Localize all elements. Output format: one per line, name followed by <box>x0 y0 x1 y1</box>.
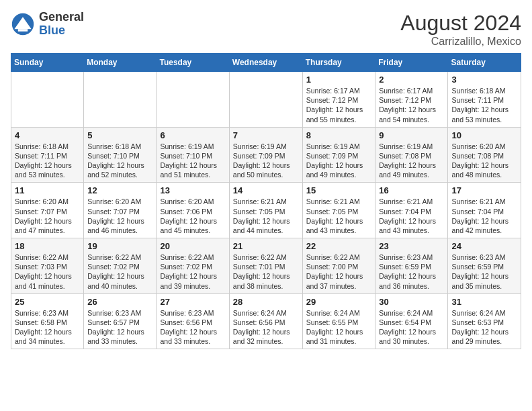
calendar-cell: 4Sunrise: 6:18 AMSunset: 7:11 PMDaylight… <box>11 127 84 183</box>
calendar-cell: 30Sunrise: 6:24 AMSunset: 6:54 PMDayligh… <box>375 293 448 349</box>
cell-day-info: Sunrise: 6:23 AMSunset: 6:56 PMDaylight:… <box>160 308 225 347</box>
calendar-cell: 22Sunrise: 6:22 AMSunset: 7:00 PMDayligh… <box>302 238 375 294</box>
cell-day-number: 18 <box>15 241 80 251</box>
cell-day-info: Sunrise: 6:19 AMSunset: 7:10 PMDaylight:… <box>160 142 225 180</box>
calendar-cell: 20Sunrise: 6:22 AMSunset: 7:02 PMDayligh… <box>157 238 229 294</box>
calendar-cell: 10Sunrise: 6:20 AMSunset: 7:08 PMDayligh… <box>448 127 521 183</box>
calendar-week-row: 1Sunrise: 6:17 AMSunset: 7:12 PMDaylight… <box>11 72 521 128</box>
cell-day-number: 21 <box>233 241 299 251</box>
cell-day-number: 28 <box>233 297 299 307</box>
cell-day-info: Sunrise: 6:23 AMSunset: 6:59 PMDaylight:… <box>451 253 517 291</box>
cell-day-number: 8 <box>306 130 372 140</box>
title-block: August 2024 Carrizalillo, Mexico <box>400 11 521 48</box>
cell-day-number: 7 <box>233 130 299 140</box>
day-of-week-header: Thursday <box>302 54 375 72</box>
cell-day-info: Sunrise: 6:22 AMSunset: 7:02 PMDaylight:… <box>87 253 152 291</box>
calendar-cell: 1Sunrise: 6:17 AMSunset: 7:12 PMDaylight… <box>302 72 375 128</box>
cell-day-number: 4 <box>15 130 80 140</box>
cell-day-number: 29 <box>306 297 372 307</box>
cell-day-number: 13 <box>160 185 225 195</box>
calendar-cell: 28Sunrise: 6:24 AMSunset: 6:56 PMDayligh… <box>229 293 302 349</box>
cell-day-number: 9 <box>379 130 444 140</box>
calendar-week-row: 25Sunrise: 6:23 AMSunset: 6:58 PMDayligh… <box>11 293 521 349</box>
cell-day-number: 17 <box>451 185 517 195</box>
cell-day-number: 26 <box>87 297 152 307</box>
cell-day-info: Sunrise: 6:22 AMSunset: 7:00 PMDaylight:… <box>306 253 372 291</box>
logo: General Blue <box>11 11 84 38</box>
calendar-cell: 3Sunrise: 6:18 AMSunset: 7:11 PMDaylight… <box>448 72 521 128</box>
calendar-cell: 2Sunrise: 6:17 AMSunset: 7:12 PMDaylight… <box>375 72 448 128</box>
calendar-week-row: 18Sunrise: 6:22 AMSunset: 7:03 PMDayligh… <box>11 238 521 294</box>
calendar-week-row: 11Sunrise: 6:20 AMSunset: 7:07 PMDayligh… <box>11 183 521 238</box>
cell-day-info: Sunrise: 6:18 AMSunset: 7:11 PMDaylight:… <box>451 86 517 124</box>
calendar-cell: 26Sunrise: 6:23 AMSunset: 6:57 PMDayligh… <box>84 293 157 349</box>
cell-day-number: 16 <box>379 185 444 195</box>
cell-day-info: Sunrise: 6:21 AMSunset: 7:05 PMDaylight:… <box>306 197 372 235</box>
cell-day-number: 14 <box>233 185 299 195</box>
svg-rect-2 <box>18 29 28 32</box>
cell-day-info: Sunrise: 6:20 AMSunset: 7:08 PMDaylight:… <box>451 142 517 180</box>
cell-day-info: Sunrise: 6:21 AMSunset: 7:04 PMDaylight:… <box>451 197 517 235</box>
calendar-cell: 16Sunrise: 6:21 AMSunset: 7:04 PMDayligh… <box>375 183 448 238</box>
day-of-week-header: Saturday <box>448 54 521 72</box>
calendar-week-row: 4Sunrise: 6:18 AMSunset: 7:11 PMDaylight… <box>11 127 521 183</box>
cell-day-info: Sunrise: 6:17 AMSunset: 7:12 PMDaylight:… <box>379 86 444 124</box>
calendar-header: SundayMondayTuesdayWednesdayThursdayFrid… <box>11 54 521 72</box>
cell-day-number: 2 <box>379 75 444 85</box>
calendar-cell: 19Sunrise: 6:22 AMSunset: 7:02 PMDayligh… <box>84 238 157 294</box>
cell-day-info: Sunrise: 6:17 AMSunset: 7:12 PMDaylight:… <box>306 86 372 124</box>
cell-day-info: Sunrise: 6:23 AMSunset: 6:58 PMDaylight:… <box>15 308 80 347</box>
cell-day-number: 31 <box>451 297 517 307</box>
header-row: SundayMondayTuesdayWednesdayThursdayFrid… <box>11 54 521 72</box>
day-of-week-header: Tuesday <box>157 54 229 72</box>
calendar-cell: 12Sunrise: 6:20 AMSunset: 7:07 PMDayligh… <box>84 183 157 238</box>
cell-day-number: 20 <box>160 241 225 251</box>
cell-day-number: 1 <box>306 75 372 85</box>
cell-day-number: 12 <box>87 185 152 195</box>
calendar-cell <box>157 72 229 128</box>
calendar-cell: 17Sunrise: 6:21 AMSunset: 7:04 PMDayligh… <box>448 183 521 238</box>
calendar-cell: 11Sunrise: 6:20 AMSunset: 7:07 PMDayligh… <box>11 183 84 238</box>
calendar-cell: 9Sunrise: 6:19 AMSunset: 7:08 PMDaylight… <box>375 127 448 183</box>
day-of-week-header: Monday <box>84 54 157 72</box>
cell-day-info: Sunrise: 6:24 AMSunset: 6:55 PMDaylight:… <box>306 308 372 347</box>
calendar-cell: 18Sunrise: 6:22 AMSunset: 7:03 PMDayligh… <box>11 238 84 294</box>
cell-day-info: Sunrise: 6:21 AMSunset: 7:05 PMDaylight:… <box>233 197 299 235</box>
cell-day-info: Sunrise: 6:20 AMSunset: 7:06 PMDaylight:… <box>160 197 225 235</box>
cell-day-number: 19 <box>87 241 152 251</box>
day-of-week-header: Wednesday <box>229 54 302 72</box>
cell-day-info: Sunrise: 6:18 AMSunset: 7:11 PMDaylight:… <box>15 142 80 180</box>
cell-day-number: 11 <box>15 185 80 195</box>
cell-day-number: 15 <box>306 185 372 195</box>
cell-day-number: 27 <box>160 297 225 307</box>
calendar-cell: 14Sunrise: 6:21 AMSunset: 7:05 PMDayligh… <box>229 183 302 238</box>
cell-day-info: Sunrise: 6:22 AMSunset: 7:03 PMDaylight:… <box>15 253 80 291</box>
calendar-cell: 29Sunrise: 6:24 AMSunset: 6:55 PMDayligh… <box>302 293 375 349</box>
cell-day-info: Sunrise: 6:23 AMSunset: 6:57 PMDaylight:… <box>87 308 152 347</box>
cell-day-number: 25 <box>15 297 80 307</box>
logo-text: General Blue <box>39 11 84 38</box>
cell-day-number: 24 <box>451 241 517 251</box>
calendar-cell: 15Sunrise: 6:21 AMSunset: 7:05 PMDayligh… <box>302 183 375 238</box>
cell-day-number: 22 <box>306 241 372 251</box>
cell-day-info: Sunrise: 6:21 AMSunset: 7:04 PMDaylight:… <box>379 197 444 235</box>
calendar-body: 1Sunrise: 6:17 AMSunset: 7:12 PMDaylight… <box>11 72 521 349</box>
calendar-cell: 21Sunrise: 6:22 AMSunset: 7:01 PMDayligh… <box>229 238 302 294</box>
cell-day-info: Sunrise: 6:20 AMSunset: 7:07 PMDaylight:… <box>15 197 80 235</box>
cell-day-info: Sunrise: 6:19 AMSunset: 7:09 PMDaylight:… <box>233 142 299 180</box>
cell-day-info: Sunrise: 6:24 AMSunset: 6:56 PMDaylight:… <box>233 308 299 347</box>
cell-day-number: 3 <box>451 75 517 85</box>
logo-icon <box>11 12 35 36</box>
logo-general: General <box>39 11 84 24</box>
calendar-cell <box>84 72 157 128</box>
month-year-title: August 2024 <box>400 11 521 36</box>
cell-day-number: 5 <box>87 130 152 140</box>
calendar-cell: 25Sunrise: 6:23 AMSunset: 6:58 PMDayligh… <box>11 293 84 349</box>
calendar-cell <box>229 72 302 128</box>
cell-day-number: 6 <box>160 130 225 140</box>
cell-day-info: Sunrise: 6:19 AMSunset: 7:09 PMDaylight:… <box>306 142 372 180</box>
calendar-cell: 27Sunrise: 6:23 AMSunset: 6:56 PMDayligh… <box>157 293 229 349</box>
cell-day-number: 10 <box>451 130 517 140</box>
cell-day-info: Sunrise: 6:22 AMSunset: 7:01 PMDaylight:… <box>233 253 299 291</box>
location-subtitle: Carrizalillo, Mexico <box>400 36 521 48</box>
